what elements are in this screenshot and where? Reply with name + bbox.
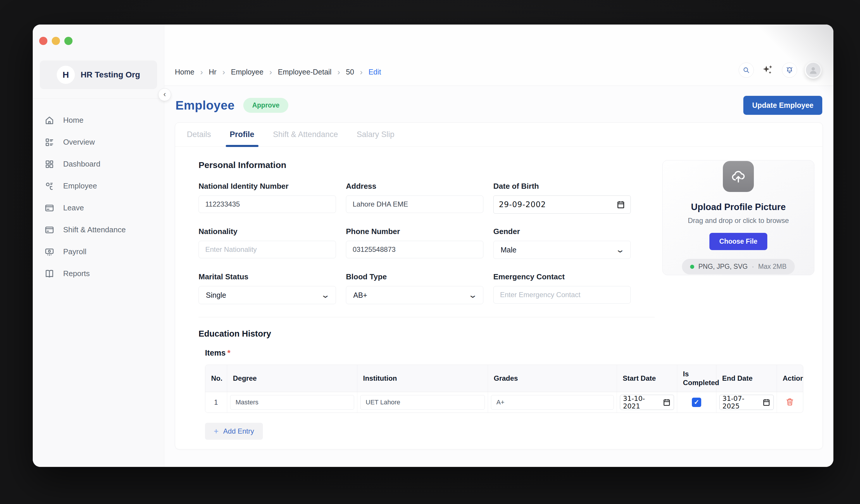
chevron-right-icon: › — [338, 68, 340, 76]
upload-title: Upload Profile Picture — [691, 202, 786, 212]
address-input[interactable] — [346, 195, 483, 213]
field-label: Nationality — [199, 227, 336, 236]
grades-input[interactable] — [491, 395, 614, 410]
sidebar-item-payroll[interactable]: Payroll — [33, 241, 164, 263]
col-header-no: No. — [205, 365, 227, 392]
emergency-contact-input[interactable] — [493, 286, 631, 303]
sidebar: H HR Testing Org Home Overview Dashboard — [33, 25, 164, 467]
notifications-button[interactable] — [782, 62, 797, 78]
field-blood-type: Blood Type AB+ ⌄ — [346, 272, 483, 304]
col-header-grades: Grades — [488, 365, 617, 392]
field-label: Gender — [493, 227, 631, 236]
sidebar-item-reports[interactable]: Reports — [33, 263, 164, 285]
sidebar-item-home[interactable]: Home — [33, 109, 164, 131]
sidebar-item-shift-attendance[interactable]: Shift & Attendance — [33, 219, 164, 241]
chevron-right-icon: › — [200, 68, 203, 76]
phone-number-input[interactable] — [346, 241, 483, 258]
items-label-text: Items — [205, 349, 226, 357]
col-header-actions: Actions — [777, 365, 803, 392]
breadcrumb: Home › Hr › Employee › Employee-Detail ›… — [175, 68, 381, 78]
sidebar-item-employee[interactable]: Employee — [33, 175, 164, 197]
window-controls — [39, 37, 72, 45]
breadcrumb-item-employee[interactable]: Employee — [231, 68, 263, 76]
user-avatar[interactable] — [805, 62, 822, 78]
person-icon — [808, 65, 818, 75]
chevron-down-icon: ⌄ — [615, 248, 625, 252]
blood-type-select[interactable]: AB+ ⌄ — [346, 286, 483, 304]
plus-icon: + — [214, 427, 218, 435]
add-entry-button[interactable]: + Add Entry — [205, 423, 263, 440]
add-entry-label: Add Entry — [223, 427, 254, 435]
tab-details[interactable]: Details — [187, 123, 211, 146]
tab-salary-slip[interactable]: Salary Slip — [357, 123, 395, 146]
breadcrumb-item-id[interactable]: 50 — [346, 68, 354, 76]
allowed-formats: PNG, JPG, SVG — [698, 263, 748, 270]
marital-status-select[interactable]: Single ⌄ — [199, 286, 336, 304]
topbar: Home › Hr › Employee › Employee-Detail ›… — [164, 25, 833, 86]
sidebar-item-leave[interactable]: Leave — [33, 197, 164, 219]
org-avatar: H — [57, 66, 75, 84]
required-asterisk: * — [228, 349, 231, 357]
col-header-is-completed: Is Completed — [677, 365, 716, 392]
minimize-window-button[interactable] — [52, 37, 60, 45]
ai-assistant-button[interactable] — [761, 64, 774, 76]
breadcrumb-item-home[interactable]: Home — [175, 68, 195, 76]
sidebar-item-label: Home — [63, 116, 83, 125]
breadcrumb-item-employee-detail[interactable]: Employee-Detail — [278, 68, 331, 76]
sidebar-item-label: Dashboard — [63, 160, 100, 168]
check-icon: ✓ — [694, 399, 699, 406]
app-window: H HR Testing Org Home Overview Dashboard — [33, 25, 833, 467]
breadcrumb-item-hr[interactable]: Hr — [209, 68, 216, 76]
field-label: Date of Birth — [493, 182, 631, 191]
payroll-icon — [44, 247, 54, 257]
date-of-birth-input[interactable]: 29-09-2002 — [493, 195, 631, 213]
field-gender: Gender Male ⌄ — [493, 227, 631, 259]
chevron-right-icon: › — [269, 68, 272, 76]
institution-input[interactable] — [360, 395, 485, 410]
calendar-icon — [663, 398, 671, 406]
section-title-education-history: Education History — [199, 329, 814, 339]
national-identity-number-input[interactable] — [199, 195, 336, 213]
tabs-bar: Details Profile Shift & Attendance Salar… — [175, 123, 822, 147]
sidebar-collapse-button[interactable]: ‹ — [158, 88, 171, 101]
sidebar-item-label: Leave — [63, 203, 84, 212]
personal-info-section: Personal Information National Identity N… — [199, 160, 631, 304]
degree-input[interactable] — [230, 395, 354, 410]
delete-row-button[interactable] — [786, 397, 794, 406]
profile-picture-dropzone[interactable]: Upload Profile Picture Drag and drop or … — [662, 160, 814, 275]
sidebar-header: H HR Testing Org — [33, 25, 164, 99]
sidebar-item-label: Shift & Attendance — [63, 225, 126, 234]
tab-profile[interactable]: Profile — [230, 123, 254, 146]
sidebar-item-dashboard[interactable]: Dashboard — [33, 153, 164, 175]
col-header-start-date: Start Date — [617, 365, 677, 392]
sidebar-item-overview[interactable]: Overview — [33, 131, 164, 153]
date-value: 31-07-2025 — [722, 395, 760, 410]
reports-icon — [44, 269, 54, 279]
org-switcher[interactable]: H HR Testing Org — [40, 60, 157, 89]
close-window-button[interactable] — [39, 37, 47, 45]
field-label: Address — [346, 182, 483, 191]
upload-icon-tile — [723, 161, 754, 192]
gender-select[interactable]: Male ⌄ — [493, 241, 631, 259]
end-date-input[interactable]: 31-07-2025 — [719, 395, 774, 410]
is-completed-checkbox[interactable]: ✓ — [692, 398, 701, 407]
org-name: HR Testing Org — [81, 70, 140, 79]
sparkles-icon — [761, 64, 774, 76]
start-date-input[interactable]: 31-10-2021 — [620, 395, 674, 410]
nationality-input[interactable] — [199, 241, 336, 258]
update-employee-button[interactable]: Update Employee — [743, 96, 822, 115]
breadcrumb-item-edit[interactable]: Edit — [369, 68, 381, 76]
table-header-row: No. Degree Institution Grades Start Date… — [205, 365, 803, 392]
field-phone-number: Phone Number — [346, 227, 483, 259]
employee-card: Details Profile Shift & Attendance Salar… — [175, 122, 823, 449]
col-header-institution: Institution — [357, 365, 488, 392]
search-button[interactable] — [739, 62, 754, 78]
main-area: Home › Hr › Employee › Employee-Detail ›… — [164, 25, 833, 467]
overview-icon — [44, 137, 54, 147]
page-title: Employee — [175, 99, 234, 113]
sidebar-item-label: Reports — [63, 269, 90, 278]
tab-shift-attendance[interactable]: Shift & Attendance — [273, 123, 338, 146]
choose-file-button[interactable]: Choose File — [710, 233, 767, 250]
maximize-window-button[interactable] — [64, 37, 72, 45]
field-national-identity-number: National Identity Number — [199, 182, 336, 213]
